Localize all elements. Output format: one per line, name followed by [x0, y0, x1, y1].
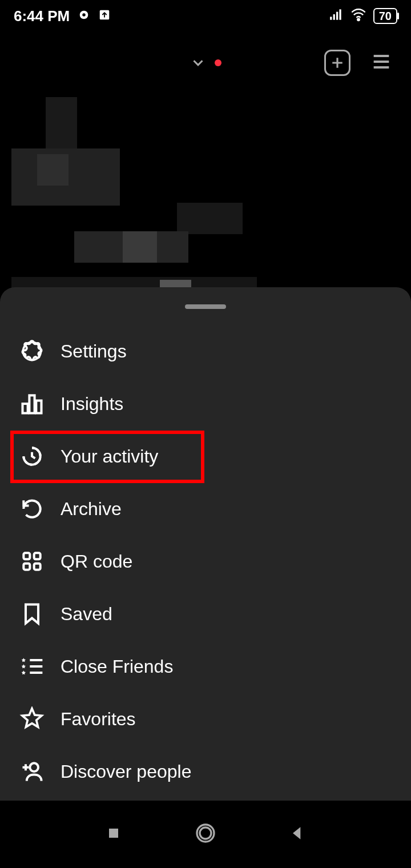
- svg-rect-17: [109, 829, 118, 838]
- menu-item-archive[interactable]: Archive: [0, 483, 411, 535]
- svg-rect-11: [36, 401, 41, 413]
- chevron-down-icon: [190, 54, 207, 71]
- plus-icon: [329, 54, 346, 71]
- discover-icon: [19, 759, 45, 784]
- menu-label: Insights: [61, 393, 123, 415]
- menu-item-your-activity[interactable]: Your activity: [0, 430, 411, 483]
- menu-label: QR code: [61, 551, 132, 572]
- menu-item-saved[interactable]: Saved: [0, 588, 411, 640]
- wifi-icon: [350, 6, 366, 26]
- nav-back-button[interactable]: [288, 824, 307, 845]
- svg-point-19: [200, 827, 211, 839]
- nav-home-button[interactable]: [194, 822, 217, 847]
- menu-label: Discover people: [61, 761, 191, 782]
- obscured-content: [11, 97, 257, 291]
- create-button[interactable]: [324, 50, 350, 76]
- menu-label: Settings: [61, 341, 127, 362]
- nav-recents-button[interactable]: [104, 824, 123, 845]
- account-switcher[interactable]: [190, 54, 221, 71]
- menu-item-close-friends[interactable]: Close Friends: [0, 640, 411, 693]
- status-bar: 6:44 PM 70: [0, 0, 411, 32]
- sheet-handle[interactable]: [185, 304, 226, 309]
- svg-rect-12: [23, 553, 30, 559]
- hamburger-menu-button[interactable]: [370, 50, 393, 75]
- svg-rect-15: [34, 564, 41, 570]
- menu-item-insights[interactable]: Insights: [0, 377, 411, 430]
- closefriends-icon: [19, 654, 45, 679]
- gear-icon: [19, 339, 45, 364]
- svg-rect-10: [29, 395, 34, 413]
- star-icon: [19, 706, 45, 732]
- svg-rect-5: [336, 11, 338, 19]
- svg-rect-4: [333, 14, 335, 20]
- signal-icon: [329, 7, 344, 26]
- profile-menu-sheet: Settings Insights Your activity Archive …: [0, 287, 411, 801]
- svg-rect-14: [23, 564, 30, 570]
- menu-item-settings[interactable]: Settings: [0, 325, 411, 377]
- qrcode-icon: [19, 549, 45, 574]
- hamburger-icon: [370, 50, 393, 73]
- status-app-icon: [78, 7, 90, 25]
- insights-icon: [19, 391, 45, 416]
- activity-icon: [19, 444, 45, 469]
- menu-label: Your activity: [61, 446, 158, 467]
- status-upload-icon: [98, 7, 111, 25]
- bookmark-icon: [19, 601, 45, 626]
- menu-item-favorites[interactable]: Favorites: [0, 693, 411, 745]
- status-time: 6:44 PM: [14, 7, 70, 25]
- profile-topbar: [0, 46, 411, 80]
- notification-dot: [215, 59, 221, 66]
- menu-label: Archive: [61, 499, 122, 520]
- svg-rect-6: [339, 9, 341, 19]
- svg-point-1: [83, 13, 86, 17]
- svg-rect-13: [34, 553, 41, 559]
- menu-label: Favorites: [61, 709, 136, 730]
- menu-item-qrcode[interactable]: QR code: [0, 535, 411, 588]
- svg-point-16: [30, 763, 38, 771]
- svg-point-7: [357, 18, 360, 21]
- archive-icon: [19, 496, 45, 521]
- menu-item-discover-people[interactable]: Discover people: [0, 745, 411, 798]
- menu-label: Close Friends: [61, 656, 173, 677]
- svg-rect-9: [23, 404, 28, 413]
- menu-label: Saved: [61, 604, 112, 625]
- android-navbar: [0, 801, 411, 868]
- svg-rect-3: [330, 17, 332, 19]
- battery-indicator: 70: [373, 8, 397, 24]
